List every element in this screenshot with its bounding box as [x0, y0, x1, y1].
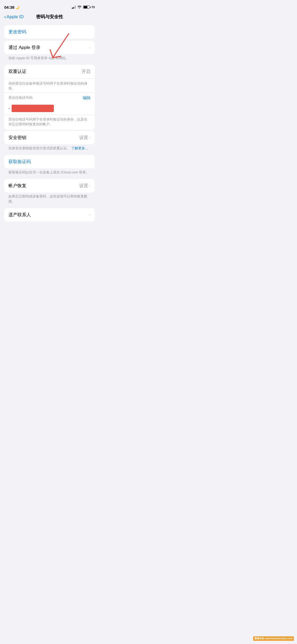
security-key-section: 安全密钥 设置 › 实体安全密钥提供强大形式的双重认证。 了解更多... — [4, 131, 95, 153]
account-recovery-card: 帐户恢复 设置 › — [4, 179, 95, 192]
two-factor-header: 双重认证 开启 — [4, 65, 95, 79]
two-factor-card: 双重认证 开启 你的受信任设备和电话号码用于在登录时验证你的身份。 受信任电话号… — [4, 65, 95, 130]
legacy-label: 遗产联系人 — [8, 212, 31, 218]
two-factor-label: 双重认证 — [8, 68, 26, 75]
security-key-card: 安全密钥 设置 › — [4, 131, 95, 144]
change-password-section: 更改密码 — [4, 25, 95, 39]
navigation-bar: ‹ Apple ID 密码与安全性 — [0, 12, 99, 23]
verification-code-label: 获取验证码 — [8, 159, 31, 165]
phone-number-row: - — [4, 102, 95, 115]
two-factor-status: 开启 — [82, 68, 91, 75]
change-password-row[interactable]: 更改密码 — [4, 25, 95, 39]
security-key-row[interactable]: 安全密钥 设置 › — [4, 131, 95, 144]
status-bar: 04:38 🌙 73 — [0, 0, 99, 12]
moon-icon: 🌙 — [15, 5, 20, 9]
change-password-label: 更改密码 — [8, 29, 26, 35]
sign-in-apple-section: 通过 Apple 登录 › 你的 Apple ID 可用来登录 App 和网站。 — [4, 41, 95, 63]
page-title: 密码与安全性 — [36, 14, 63, 20]
signal-bar-1 — [72, 8, 73, 9]
status-time: 04:38 🌙 — [4, 5, 20, 10]
verification-code-row[interactable]: 获取验证码 — [4, 155, 95, 168]
legacy-section: 遗产联系人 › — [4, 208, 95, 222]
verification-code-section: 获取验证码 获取验证码以在另一台设备上或在 iCloud.com 登录。 — [4, 155, 95, 177]
phone-number-redacted — [12, 105, 54, 112]
legacy-chevron-icon: › — [89, 213, 91, 217]
status-right-icons: 73 — [72, 5, 95, 9]
sign-in-apple-note: 你的 Apple ID 可用来登录 App 和网站。 — [4, 54, 95, 63]
account-recovery-row[interactable]: 帐户恢复 设置 › — [4, 179, 95, 192]
two-factor-description: 你的受信任设备和电话号码用于在登录时验证你的身份。 — [4, 79, 95, 93]
back-button[interactable]: ‹ Apple ID — [4, 14, 24, 20]
sign-in-apple-card: 通过 Apple 登录 › — [4, 41, 95, 54]
trusted-phone-label: 受信任电话号码 — [8, 95, 32, 100]
account-recovery-note: 如果忘记密码或设备密码，这些选项可以帮你恢复数据。 — [4, 192, 95, 206]
security-key-right: 设置 › — [79, 135, 91, 141]
battery-icon: 73 — [83, 6, 95, 9]
security-key-label: 安全密钥 — [8, 135, 26, 141]
sign-in-apple-row[interactable]: 通过 Apple 登录 › — [4, 41, 95, 54]
security-key-note-text: 实体安全密钥提供强大形式的双重认证。 — [8, 146, 70, 150]
account-recovery-section: 帐户恢复 设置 › 如果忘记密码或设备密码，这些选项可以帮你恢复数据。 — [4, 179, 95, 206]
signal-icon — [72, 6, 76, 9]
account-recovery-right: 设置 › — [79, 183, 91, 189]
account-recovery-chevron-icon: › — [89, 184, 91, 188]
time-display: 04:38 — [4, 5, 14, 10]
signal-bar-2 — [73, 7, 74, 9]
trusted-phone-header: 受信任电话号码 编辑 — [4, 93, 95, 102]
verification-code-card: 获取验证码 — [4, 155, 95, 168]
security-key-note: 实体安全密钥提供强大形式的双重认证。 了解更多... — [4, 144, 95, 153]
chevron-right-icon: › — [89, 45, 91, 50]
change-password-card: 更改密码 — [4, 25, 95, 39]
trusted-phone-note: 受信任电话号码用于在登录时验证你的身份，以及在你忘记密码时恢复你的帐户。 — [4, 115, 95, 130]
battery-percentage: 73 — [92, 6, 95, 9]
account-recovery-action: 设置 — [79, 183, 88, 189]
back-chevron-icon: ‹ — [4, 14, 6, 20]
security-key-learn-more-link[interactable]: 了解更多... — [71, 146, 88, 150]
signal-bar-4 — [75, 6, 76, 9]
back-label: Apple ID — [7, 14, 24, 20]
signal-bar-3 — [74, 6, 75, 9]
legacy-row[interactable]: 遗产联系人 › — [4, 208, 95, 222]
edit-trusted-phone-button[interactable]: 编辑 — [83, 95, 91, 100]
legacy-right: › — [89, 213, 91, 217]
account-recovery-label: 帐户恢复 — [8, 183, 26, 189]
sign-in-apple-label: 通过 Apple 登录 — [8, 44, 40, 50]
two-factor-section: 双重认证 开启 你的受信任设备和电话号码用于在登录时验证你的身份。 受信任电话号… — [4, 65, 95, 130]
phone-prefix: - — [8, 106, 10, 111]
security-key-chevron-icon: › — [89, 135, 91, 140]
sign-in-apple-chevron-wrapper: › — [89, 45, 91, 50]
main-content: 更改密码 通过 Apple 登录 › 你的 Apple ID 可用来登录 App… — [0, 23, 99, 226]
verification-code-note: 获取验证码以在另一台设备上或在 iCloud.com 登录。 — [4, 168, 95, 177]
legacy-card: 遗产联系人 › — [4, 208, 95, 222]
security-key-action: 设置 — [79, 135, 88, 141]
wifi-icon — [77, 5, 82, 9]
